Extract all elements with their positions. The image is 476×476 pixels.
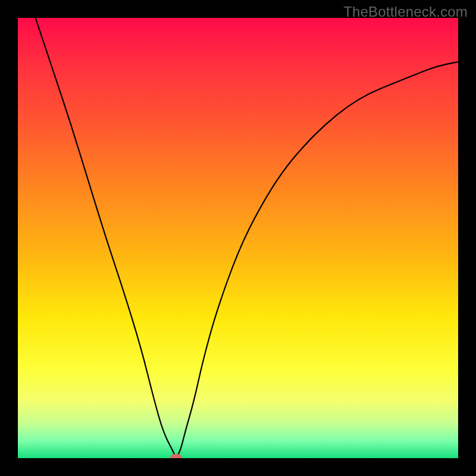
chart-frame: TheBottleneck.com bbox=[0, 0, 476, 476]
bottleneck-curve bbox=[36, 18, 458, 456]
curve-layer bbox=[18, 18, 458, 458]
optimal-point-marker bbox=[170, 454, 182, 458]
plot-area bbox=[18, 18, 458, 458]
watermark-label: TheBottleneck.com bbox=[343, 4, 468, 20]
